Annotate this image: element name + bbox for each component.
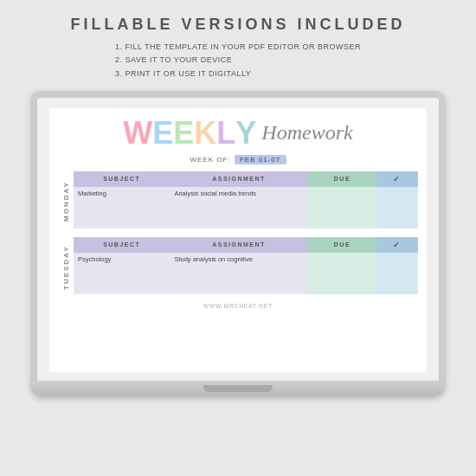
monday-r3-check: [376, 215, 418, 228]
tuesday-th-due: DUE: [308, 237, 377, 253]
monday-r1-check: [376, 187, 418, 201]
laptop-notch: [203, 385, 273, 392]
monday-th-assignment: ASSIGNMENT: [170, 171, 307, 187]
monday-r3-due: [308, 215, 377, 228]
tuesday-r2-check: [376, 267, 418, 280]
tuesday-r2-assignment: [170, 267, 307, 280]
letter-e2: E: [173, 115, 194, 151]
tuesday-r3-due: [308, 280, 377, 294]
tuesday-th-assignment: ASSIGNMENT: [170, 237, 307, 253]
monday-label: MONDAY: [58, 171, 74, 232]
tuesday-row-1: Psychology Study analysis on cognitive: [74, 253, 418, 267]
tuesday-table-wrapper: SUBJECT ASSIGNMENT DUE ✓ Psychology Stud…: [74, 237, 418, 298]
screen-content: W E E K L Y Homework WEEK OF: Feb 01-07 …: [49, 108, 427, 372]
week-of-row: WEEK OF: Feb 01-07: [58, 155, 418, 164]
tuesday-row-3: [74, 280, 418, 294]
week-of-label: WEEK OF:: [190, 156, 230, 164]
monday-row-2: [74, 201, 418, 215]
monday-r2-assignment: [170, 201, 307, 215]
tuesday-section: TUESDAY SUBJECT ASSIGNMENT DUE ✓: [58, 237, 418, 298]
monday-table-wrapper: SUBJECT ASSIGNMENT DUE ✓ Marketing Analy…: [74, 171, 418, 232]
tuesday-r2-due: [308, 267, 377, 280]
tuesday-row-2: [74, 267, 418, 280]
tuesday-r2-subject: [74, 267, 170, 280]
main-title: FILLABLE VERSIONS INCLUDED: [17, 16, 459, 34]
tuesday-table: SUBJECT ASSIGNMENT DUE ✓ Psychology Stud…: [74, 237, 418, 294]
letter-y: Y: [235, 115, 256, 151]
tuesday-th-subject: SUBJECT: [74, 237, 170, 253]
monday-th-check: ✓: [376, 171, 418, 187]
tuesday-r1-due: [308, 253, 377, 267]
top-section: FILLABLE VERSIONS INCLUDED 1. FILL THE T…: [0, 0, 476, 87]
laptop-wrapper: W E E K L Y Homework WEEK OF: Feb 01-07 …: [30, 91, 446, 396]
instruction-1: 1. FILL THE TEMPLATE IN YOUR PDF EDITOR …: [115, 41, 361, 54]
monday-row-1: Marketing Analysis social media trends: [74, 187, 418, 201]
homework-script: Homework: [261, 121, 352, 145]
instruction-3: 3. PRINT IT OR USE IT DIGITALLY: [115, 68, 361, 80]
weekly-text: W E E K L Y Homework: [123, 115, 352, 151]
monday-r1-assignment: Analysis social media trends: [170, 187, 307, 201]
monday-r1-due: [308, 187, 377, 201]
monday-table: SUBJECT ASSIGNMENT DUE ✓ Marketing Analy…: [74, 171, 418, 228]
monday-th-subject: SUBJECT: [74, 171, 170, 187]
tuesday-label: TUESDAY: [58, 237, 74, 298]
tuesday-r1-check: [376, 253, 418, 267]
monday-r3-assignment: [170, 215, 307, 228]
monday-r2-due: [308, 201, 377, 215]
tuesday-r3-check: [376, 280, 418, 294]
tuesday-th-check: ✓: [376, 237, 418, 253]
tuesday-r1-subject: Psychology: [74, 253, 170, 267]
instruction-2: 2. SAVE IT TO YOUR DEVICE: [115, 54, 361, 67]
week-of-value[interactable]: Feb 01-07: [235, 155, 286, 164]
tuesday-r1-assignment: Study analysis on cognitive: [170, 253, 307, 267]
tuesday-r3-assignment: [170, 280, 307, 294]
letter-e1: E: [152, 115, 173, 151]
laptop-base: [30, 381, 446, 396]
tuesday-r3-subject: [74, 280, 170, 294]
instructions-list: 1. FILL THE TEMPLATE IN YOUR PDF EDITOR …: [115, 41, 361, 80]
monday-row-3: [74, 215, 418, 228]
monday-r2-subject: [74, 201, 170, 215]
monday-r2-check: [376, 201, 418, 215]
hw-header: W E E K L Y Homework: [58, 115, 418, 151]
letter-k: K: [194, 115, 216, 151]
monday-section: MONDAY SUBJECT ASSIGNMENT DUE ✓: [58, 171, 418, 232]
website-credit: WWW.MRSNEAT.NET: [58, 303, 418, 309]
monday-th-due: DUE: [308, 171, 377, 187]
monday-r3-subject: [74, 215, 170, 228]
letter-l: L: [216, 115, 235, 151]
letter-w: W: [123, 115, 152, 151]
monday-r1-subject: Marketing: [74, 187, 170, 201]
laptop-screen: W E E K L Y Homework WEEK OF: Feb 01-07 …: [30, 91, 446, 381]
